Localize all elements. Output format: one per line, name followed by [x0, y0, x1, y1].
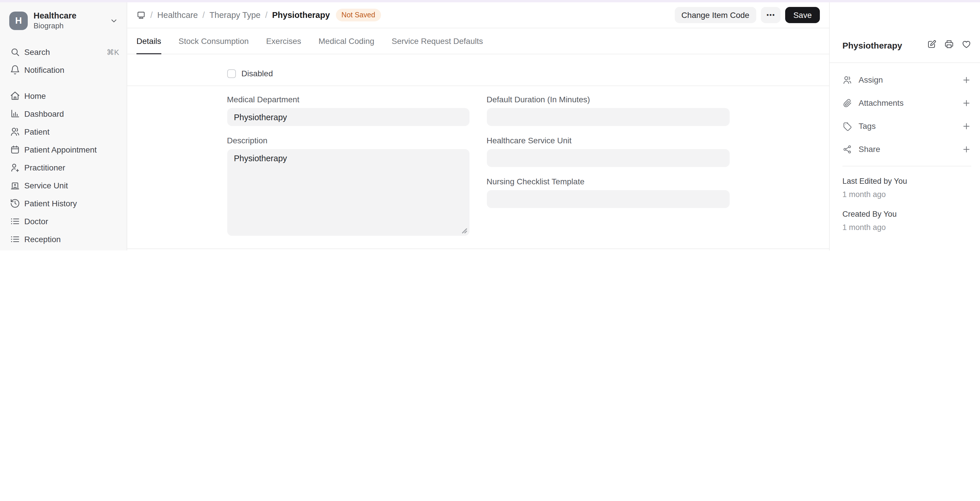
add-attachment-icon[interactable]	[961, 98, 971, 108]
field-label-nursing-checklist-template: Nursing Checklist Template	[487, 177, 729, 186]
sidebar-item-reception[interactable]: Reception	[0, 231, 127, 249]
sidebar: H Healthcare Biograph Search ⌘K Notific	[0, 2, 127, 251]
topbar: / Healthcare / Therapy Type / Physiother…	[127, 2, 829, 28]
add-share-icon[interactable]	[961, 144, 971, 154]
sidebar-item-dashboard[interactable]: Dashboard	[0, 105, 127, 123]
sidebar-item-label: Service Unit	[24, 181, 68, 190]
heart-icon[interactable]	[961, 39, 971, 49]
monitor-icon[interactable]	[137, 10, 146, 20]
form-content: Disabled Medical Department Physiotherap…	[127, 54, 829, 251]
share-row[interactable]: Share	[842, 138, 971, 161]
list-icon	[10, 216, 20, 227]
tab-medical-coding[interactable]: Medical Coding	[318, 28, 374, 54]
sidebar-item-label: Search	[24, 48, 50, 57]
created-by-label: Created By You	[842, 210, 967, 219]
tags-row[interactable]: Tags	[842, 114, 971, 138]
sidebar-item-patient-appointment[interactable]: Patient Appointment	[0, 141, 127, 159]
tab-details[interactable]: Details	[137, 28, 161, 54]
last-edited-time: 1 month ago	[842, 190, 967, 199]
workspace-avatar: H	[9, 11, 28, 30]
home-icon	[10, 91, 20, 101]
document-title: Physiotherapy	[842, 40, 902, 50]
sidebar-item-notification[interactable]: Notification	[0, 61, 127, 79]
chevron-down-icon	[109, 16, 119, 25]
workspace-subtitle: Biograph	[33, 22, 76, 31]
add-assign-icon[interactable]	[961, 75, 971, 85]
sidebar-item-search[interactable]: Search ⌘K	[0, 43, 127, 61]
bell-icon	[10, 65, 20, 75]
share-icon	[842, 144, 852, 154]
disabled-checkbox[interactable]	[227, 69, 235, 78]
sidebar-item-patient-history[interactable]: Patient History	[0, 195, 127, 212]
edit-icon[interactable]	[927, 39, 937, 49]
tab-exercises[interactable]: Exercises	[266, 28, 301, 54]
sidebar-item-label: Patient History	[24, 199, 77, 208]
save-button[interactable]: Save	[785, 7, 820, 23]
history-icon	[10, 198, 20, 209]
breadcrumb: / Healthcare / Therapy Type / Physiother…	[137, 10, 330, 20]
breadcrumb-separator: /	[202, 10, 205, 20]
search-icon	[10, 47, 20, 57]
assign-row[interactable]: Assign	[842, 68, 971, 91]
field-label-description: Description	[227, 136, 469, 145]
search-shortcut: ⌘K	[107, 48, 119, 57]
document-sidebar: Physiotherapy Assign Attachments	[829, 2, 980, 251]
tags-label: Tags	[859, 121, 876, 131]
list-icon	[10, 234, 20, 245]
healthcare-service-unit-input[interactable]	[487, 149, 729, 167]
users-icon	[10, 127, 20, 137]
sidebar-item-label: Doctor	[24, 217, 48, 226]
sidebar-item-label: Patient Appointment	[24, 145, 97, 155]
description-textarea[interactable]: Physiotherapy	[227, 149, 469, 236]
share-label: Share	[859, 144, 880, 154]
field-label-healthcare-service-unit: Healthcare Service Unit	[487, 136, 729, 145]
printer-icon[interactable]	[944, 39, 954, 49]
tab-service-request-defaults[interactable]: Service Request Defaults	[392, 28, 483, 54]
field-label-medical-department: Medical Department	[227, 95, 469, 104]
workspace-switcher[interactable]: H Healthcare Biograph	[0, 2, 127, 31]
sidebar-item-home[interactable]: Home	[0, 87, 127, 105]
change-item-code-button[interactable]: Change Item Code	[675, 7, 756, 23]
sidebar-item-service-unit[interactable]: Service Unit	[0, 177, 127, 195]
sidebar-utility-nav: Search ⌘K Notification	[0, 43, 127, 79]
breadcrumb-current: Physiotherapy	[272, 10, 330, 20]
sidebar-item-label: Patient	[24, 127, 49, 137]
medical-department-input[interactable]: Physiotherapy	[227, 108, 469, 126]
add-tag-icon[interactable]	[961, 121, 971, 131]
bar-chart-icon	[10, 109, 20, 119]
breadcrumb-item-healthcare[interactable]: Healthcare	[157, 10, 198, 20]
hospital-icon	[10, 181, 20, 191]
attachments-row[interactable]: Attachments	[842, 91, 971, 114]
nursing-checklist-template-input[interactable]	[487, 190, 729, 208]
sidebar-main-nav: Home Dashboard Patient Patient Appointme…	[0, 87, 127, 251]
main-panel: / Healthcare / Therapy Type / Physiother…	[127, 2, 829, 251]
assign-users-icon	[842, 75, 852, 85]
calendar-icon	[10, 145, 20, 155]
assign-label: Assign	[859, 75, 883, 84]
tab-bar: Details Stock Consumption Exercises Medi…	[127, 28, 829, 54]
last-edited-label: Last Edited by You	[842, 177, 967, 185]
field-label-default-duration: Default Duration (In Minutes)	[487, 95, 729, 104]
disabled-label: Disabled	[242, 69, 273, 78]
more-options-button[interactable]: ⋯	[761, 7, 781, 23]
tab-stock-consumption[interactable]: Stock Consumption	[179, 28, 249, 54]
breadcrumb-item-therapy-type[interactable]: Therapy Type	[209, 10, 261, 20]
sidebar-item-label: Reception	[24, 235, 61, 244]
app-root: H Healthcare Biograph Search ⌘K Notific	[0, 0, 980, 251]
attachments-label: Attachments	[859, 98, 904, 108]
sidebar-item-label: Home	[24, 92, 46, 101]
user-plus-icon	[10, 163, 20, 173]
paperclip-icon	[842, 98, 852, 108]
sidebar-item-nurse-desk[interactable]: Nurse Desk	[0, 249, 127, 251]
sidebar-item-label: Notification	[24, 66, 64, 75]
sidebar-item-doctor[interactable]: Doctor	[0, 212, 127, 231]
sidebar-item-practitioner[interactable]: Practitioner	[0, 159, 127, 177]
tag-icon	[842, 121, 852, 131]
default-duration-input[interactable]	[487, 108, 729, 126]
workspace-title: Healthcare	[33, 11, 76, 21]
resize-grip[interactable]	[462, 228, 467, 233]
sidebar-item-patient[interactable]: Patient	[0, 123, 127, 141]
breadcrumb-separator: /	[150, 10, 153, 20]
breadcrumb-separator: /	[265, 10, 267, 20]
sidebar-item-label: Practitioner	[24, 163, 65, 173]
